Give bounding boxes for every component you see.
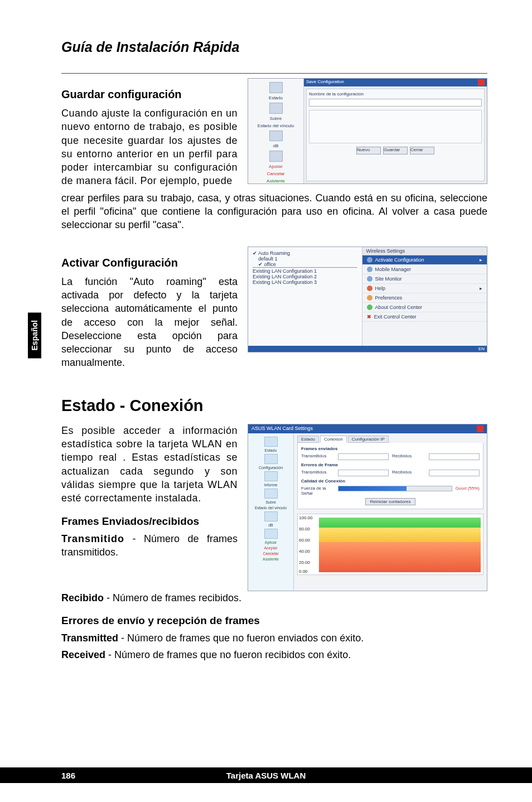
menu-activate[interactable]: Activate Configuration▸: [362, 255, 487, 265]
y3: 40.00: [299, 549, 310, 554]
tab-conexion[interactable]: Conexión: [320, 436, 347, 443]
shot2-l2[interactable]: office: [264, 262, 276, 267]
settings-icon: [264, 529, 278, 539]
signal-chart: 100.00 80.00 60.00 40.00 20.00 0.00: [297, 514, 483, 575]
shot1-side-5: Ajustar: [269, 164, 283, 169]
s3-s10[interactable]: Aplicar: [265, 540, 277, 544]
signal-bar: [338, 486, 452, 491]
config-name-dropdown[interactable]: [309, 99, 482, 107]
shot2-l1[interactable]: default 1: [258, 256, 357, 262]
lbl-rxe: Recibidos: [392, 470, 425, 476]
chart-band-green: [319, 518, 481, 528]
s3-s12[interactable]: Cancelar: [263, 552, 278, 555]
err-l1-rest: - Número de frames que no fueron enviado…: [118, 632, 364, 644]
save-button[interactable]: Guardar: [383, 147, 408, 154]
tab-estado[interactable]: Estado: [297, 436, 319, 443]
menu-about[interactable]: About Control Center: [362, 303, 487, 312]
frames-l2-rest: - Número de frames recibidos.: [104, 592, 241, 603]
shot2-l4[interactable]: Existing LAN Configuration 2: [253, 274, 357, 279]
shot3-form: Frames enviados TransmitidosRecibidos Er…: [297, 443, 483, 509]
shot2-rtitle: Wireless Settings: [362, 247, 487, 255]
shot2-l5[interactable]: Existing LAN Configuration 3: [253, 279, 357, 285]
s3-s7[interactable]: Estado del vínculo: [255, 506, 287, 510]
menu-mobile[interactable]: Mobile Manager: [362, 265, 487, 274]
guardar-title: Guardar configuración: [61, 88, 238, 101]
gear-icon: [367, 257, 373, 263]
tx-value: [338, 453, 389, 460]
close-button[interactable]: Cerrar: [410, 147, 434, 154]
grp3: Calidad de Conexión: [301, 479, 480, 484]
shot2-status: EN: [248, 346, 487, 352]
y2: 60.00: [299, 538, 310, 543]
exit-icon: ✖: [367, 314, 371, 320]
frames-line2: Recibido - Número de frames recibidos.: [61, 591, 487, 605]
about-icon: [367, 305, 373, 310]
s3-s2[interactable]: Configuración: [259, 466, 283, 470]
language-tab: Español: [28, 312, 41, 358]
shot1-sidebar: Estado Sobre Estado del vínculo dB Ajust…: [248, 79, 304, 183]
shot1-side-6: Cancelar: [267, 171, 284, 176]
help-icon: [367, 286, 373, 291]
shot3-title: ASUS WLAN Card Settings: [252, 426, 313, 432]
close-icon[interactable]: [478, 79, 485, 86]
err-l1-term: Transmitted: [61, 632, 118, 644]
frames-title: Frames Enviados/recibidos: [61, 515, 238, 528]
y4: 20.00: [299, 560, 310, 565]
estado-heading: Estado - Conexión: [61, 397, 487, 415]
s3-s8[interactable]: dB: [268, 523, 273, 527]
new-button[interactable]: Nuevo: [356, 147, 381, 154]
about-icon: [264, 489, 278, 499]
sobre-icon: [269, 103, 283, 114]
main-title: Guía de Instalación Rápida: [61, 39, 487, 55]
y1: 80.00: [299, 526, 310, 532]
y0: 100.00: [299, 515, 312, 520]
db-icon: [264, 511, 278, 521]
menu-site[interactable]: Site Monitor: [362, 274, 487, 284]
status-icon: [264, 437, 278, 447]
errores-line2: Received - Número de frames que no fuero…: [61, 648, 487, 661]
s3-s4[interactable]: Informe: [264, 483, 278, 487]
rx-value: [429, 453, 480, 460]
activar-title: Activar Configuración: [61, 257, 238, 269]
shot2-left-list: ✔ Auto Roaming default 1 ✔ office Existi…: [248, 247, 362, 346]
rxe-value: [429, 470, 480, 476]
shot2-l0[interactable]: Auto Roaming: [258, 250, 290, 256]
menu-prefs[interactable]: Preferences: [362, 293, 487, 303]
menu-exit[interactable]: ✖Exit Control Center: [362, 312, 487, 322]
prefs-icon: [367, 295, 373, 301]
shot1-title: Save Configuration: [306, 79, 344, 86]
activar-p1: La función "Auto roaming" esta activada …: [61, 275, 238, 370]
title-rule: [61, 73, 487, 74]
menu-help[interactable]: Help▸: [362, 284, 487, 293]
shot1-side-0: Estado: [269, 95, 283, 100]
guardar-p1: Cuando ajuste la configuración en un nue…: [61, 107, 238, 188]
shot2-l3[interactable]: Existing LAN Configuration 1: [253, 268, 357, 274]
shot1-side-7: Asistente: [267, 178, 285, 183]
err-l2-rest: - Número de frames que no fueron recibid…: [105, 649, 351, 660]
estado-p1: Es posible acceder a información estadís…: [61, 424, 238, 505]
shot2-right-menu: Wireless Settings Activate Configuration…: [362, 247, 487, 346]
grp2: Errores de Frame: [301, 462, 480, 467]
errores-title: Errores de envío y recepción de frames: [61, 615, 487, 627]
screenshot-connection-status: ASUS WLAN Card Settings Estado Configura…: [248, 424, 487, 591]
shot1-side-3: dB: [273, 143, 279, 148]
grp1: Frames enviados: [301, 446, 480, 451]
s3-s6[interactable]: Sobre: [265, 500, 276, 504]
close-icon[interactable]: [477, 426, 483, 432]
shot3-sidebar: Estado Configuración Informe Sobre Estad…: [248, 433, 294, 591]
s3-s13[interactable]: Asistente: [263, 557, 279, 561]
s3-s11[interactable]: Aceptar: [264, 546, 277, 550]
lbl-rx: Recibidos: [392, 453, 425, 460]
s3-s0[interactable]: Estado: [265, 448, 277, 452]
report-icon: [264, 471, 278, 481]
lbl-txe: Transmitidos: [301, 470, 335, 476]
errores-line1: Transmitted - Número de frames que no fu…: [61, 631, 487, 645]
tab-ip[interactable]: Configuración IP: [348, 436, 389, 443]
shot1-side-1: Sobre: [270, 116, 282, 121]
screenshot-activate-config: ✔ Auto Roaming default 1 ✔ office Existi…: [248, 247, 487, 352]
shot1-body: Nombre de la configuración Nuevo Guardar…: [306, 89, 485, 181]
footer-center: Tarjeta ASUS WLAN: [0, 771, 532, 780]
chart-band-yellow: [319, 528, 481, 542]
reset-counters-button[interactable]: Reiniciar contadores: [365, 498, 416, 505]
screenshot-save-config: Estado Sobre Estado del vínculo dB Ajust…: [248, 78, 487, 184]
